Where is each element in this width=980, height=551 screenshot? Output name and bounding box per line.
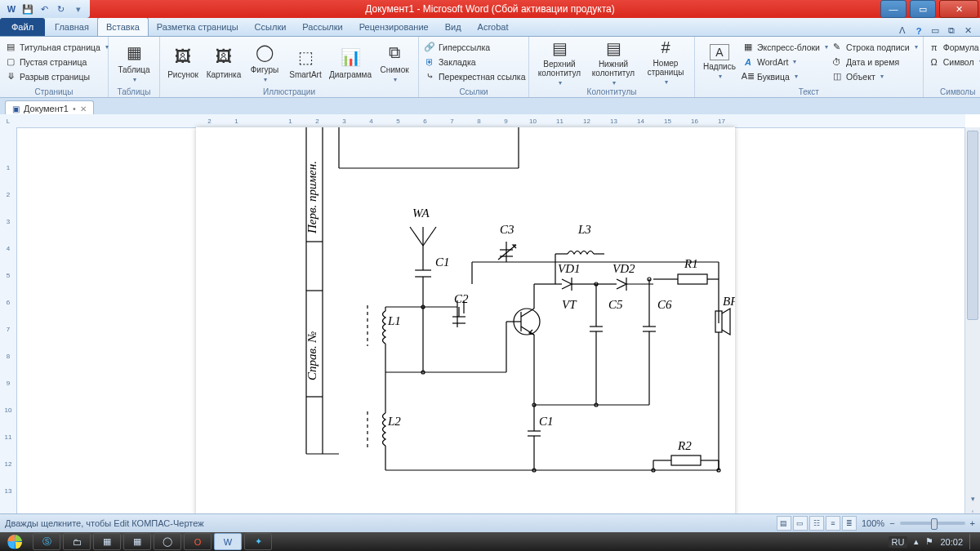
view-read-icon[interactable]: ▭ [793, 516, 808, 531]
show-desktop[interactable] [969, 534, 977, 549]
view-print-icon[interactable]: ▤ [777, 516, 791, 531]
help-icon[interactable]: ? [913, 26, 924, 36]
taskbar-opera-icon[interactable]: O [184, 533, 212, 550]
object-button[interactable]: ◫Объект▾ [831, 69, 918, 83]
group-text: AНадпись▾ ▦Экспресс-блоки▾ AWordArt▾ A≣Б… [695, 37, 924, 97]
quickparts-button[interactable]: ▦Экспресс-блоки▾ [742, 40, 828, 54]
tab-insert[interactable]: Вставка [97, 17, 149, 36]
document-area[interactable]: L 211234567891011121314151617 1234567891… [0, 114, 980, 532]
svg-text:VT: VT [562, 298, 577, 311]
taskbar-word-icon[interactable]: W [214, 533, 242, 550]
cover-page-button[interactable]: ▤Титульная страница▾ [5, 40, 109, 54]
tab-mailings[interactable]: Рассылки [294, 18, 350, 36]
svg-rect-66 [678, 274, 707, 284]
window-switch-icon[interactable]: ⧉ [946, 25, 957, 36]
hyperlink-button[interactable]: 🔗Гиперссылка [424, 40, 525, 54]
datetime-button[interactable]: ⏱Дата и время [831, 55, 918, 69]
group-label: Ссылки [419, 87, 528, 96]
ribbon-min-icon[interactable]: ᐱ [897, 25, 908, 36]
crossref-button[interactable]: ⤷Перекрестная ссылка [424, 69, 525, 83]
tab-references[interactable]: Ссылки [247, 18, 295, 36]
blank-page-button[interactable]: ▢Пустая страница [5, 55, 109, 69]
zoom-out-icon[interactable]: − [889, 518, 894, 528]
tray-arrow-icon[interactable]: ▴ [914, 536, 919, 547]
view-web-icon[interactable]: ☷ [809, 516, 824, 531]
language-indicator[interactable]: RU [889, 536, 908, 548]
qat-dropdown-icon[interactable]: ▾ [72, 2, 85, 16]
pagenum-button[interactable]: #Номер страницы▾ [642, 38, 689, 86]
svg-text:Перв. примен.: Перв. примен. [305, 161, 318, 234]
textbox-button[interactable]: AНадпись▾ [700, 38, 739, 86]
svg-text:Справ. №: Справ. № [305, 331, 318, 380]
equation-icon: π [929, 42, 940, 53]
sigline-button[interactable]: ✎Строка подписи▾ [831, 40, 918, 54]
tray-flag-icon[interactable]: ⚑ [925, 536, 933, 547]
chart-button[interactable]: 📊Диаграмма [328, 38, 372, 86]
taskbar-explorer-icon[interactable]: 🗀 [63, 533, 91, 550]
view-draft-icon[interactable]: ≣ [842, 516, 857, 531]
screenshot-icon: ⧉ [383, 41, 406, 64]
picture-button[interactable]: 🖼Рисунок [165, 38, 201, 86]
close-tab-icon[interactable]: ✕ [80, 104, 87, 113]
start-button[interactable] [0, 532, 29, 551]
ruler-vertical[interactable]: 12345678910111213 [0, 127, 17, 532]
taskbar-chrome-icon[interactable]: ◯ [154, 533, 181, 550]
tab-review[interactable]: Рецензирование [351, 18, 437, 36]
page-break-button[interactable]: ⤋Разрыв страницы [5, 69, 109, 83]
tab-home[interactable]: Главная [47, 18, 97, 36]
svg-text:BF: BF [723, 295, 735, 308]
close-button[interactable]: ✕ [939, 0, 978, 18]
scroll-down-icon[interactable]: ▾ [965, 495, 980, 508]
tab-view[interactable]: Вид [437, 18, 470, 36]
symbol-button[interactable]: ΩСимвол▾ [929, 55, 980, 69]
window-close-icon[interactable]: ✕ [962, 25, 973, 36]
header-button[interactable]: ▤Верхний колонтитул▾ [534, 38, 585, 86]
clock[interactable]: 20:02 [940, 537, 963, 547]
pin-icon[interactable]: • [73, 104, 76, 113]
svg-text:VD1: VD1 [558, 262, 581, 275]
wordart-button[interactable]: AWordArt▾ [742, 55, 828, 69]
svg-line-76 [521, 309, 534, 317]
zoom-handle[interactable] [931, 518, 938, 530]
taskbar-skype-icon[interactable]: Ⓢ [33, 533, 60, 550]
workspace: L 211234567891011121314151617 1234567891… [0, 114, 980, 532]
tab-layout[interactable]: Разметка страницы [149, 18, 247, 36]
zoom-level[interactable]: 100% [862, 518, 884, 528]
taskbar-app1-icon[interactable]: ▦ [93, 533, 121, 550]
zoom-slider[interactable] [900, 522, 965, 525]
table-button[interactable]: ▦Таблица▾ [114, 38, 154, 86]
screenshot-button[interactable]: ⧉Снимок▾ [376, 38, 413, 86]
svg-text:VD2: VD2 [612, 262, 635, 275]
group-label: Символы [924, 87, 980, 96]
taskbar-kompas-icon[interactable]: ✦ [244, 533, 272, 550]
zoom-in-icon[interactable]: + [970, 518, 975, 528]
dropcap-button[interactable]: A≣Буквица▾ [742, 69, 828, 83]
save-icon[interactable]: 💾 [21, 2, 34, 16]
maximize-button[interactable]: ▭ [910, 0, 936, 18]
group-headerfooter: ▤Верхний колонтитул▾ ▤Нижний колонтитул▾… [529, 37, 695, 97]
view-outline-icon[interactable]: ≡ [826, 516, 840, 531]
tab-file[interactable]: Файл [0, 18, 45, 36]
clipart-button[interactable]: 🖼Картинка [204, 38, 243, 86]
minimize-button[interactable]: ― [880, 0, 906, 18]
svg-text:R2: R2 [677, 439, 692, 452]
redo-icon[interactable]: ↻ [54, 2, 67, 16]
ruler-horizontal[interactable]: 211234567891011121314151617 [16, 114, 965, 128]
smartart-button[interactable]: ⬚SmartArt [286, 38, 325, 86]
footer-button[interactable]: ▤Нижний колонтитул▾ [588, 38, 639, 86]
undo-icon[interactable]: ↶ [38, 2, 51, 16]
svg-text:C6: C6 [657, 298, 672, 311]
window-restore-icon[interactable]: ▭ [929, 25, 941, 36]
symbol-icon: Ω [929, 56, 940, 68]
view-buttons: ▤ ▭ ☷ ≡ ≣ [777, 516, 857, 531]
bookmark-button[interactable]: ⛨Закладка [424, 55, 525, 69]
tab-acrobat[interactable]: Acrobat [470, 18, 517, 36]
shapes-button[interactable]: ◯Фигуры▾ [247, 38, 283, 86]
equation-button[interactable]: πФормула▾ [929, 40, 980, 54]
taskbar-app2-icon[interactable]: ▦ [123, 533, 151, 550]
scrollbar-vertical[interactable]: ▴ ▾ ◦◦◦ [964, 127, 980, 532]
scroll-thumb[interactable] [967, 131, 978, 320]
window-title: Документ1 - Microsoft Word (Сбой активац… [365, 3, 614, 15]
svg-line-13 [410, 227, 423, 246]
ruler-corner[interactable]: L [0, 114, 17, 128]
